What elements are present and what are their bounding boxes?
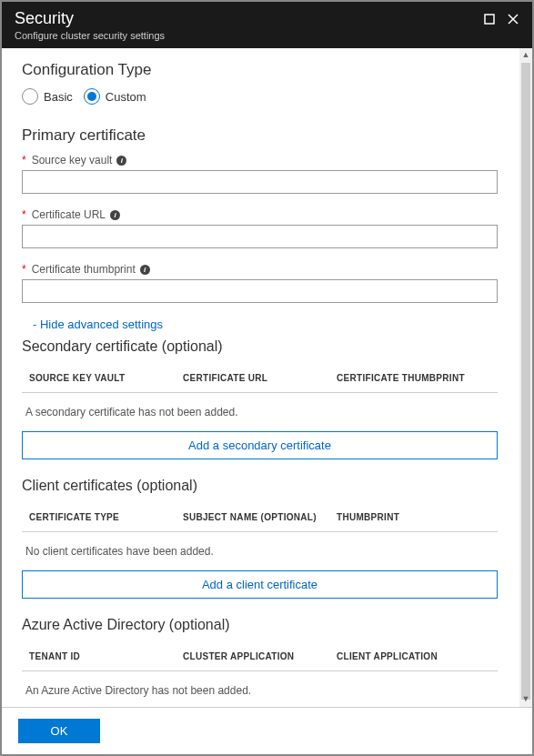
secondary-cert-heading: Secondary certificate (optional) <box>22 338 498 355</box>
radio-basic[interactable]: Basic <box>22 88 73 105</box>
radio-custom-label: Custom <box>106 90 146 104</box>
aad-table-header: TENANT ID CLUSTER APPLICATION CLIENT APP… <box>22 640 498 671</box>
info-icon[interactable]: i <box>116 156 126 166</box>
footer: OK <box>2 707 532 754</box>
scroll-up-icon[interactable]: ▲ <box>521 50 530 61</box>
info-icon[interactable]: i <box>140 265 150 275</box>
col-tenant-id: TENANT ID <box>29 651 183 661</box>
titlebar-text: Security Configure cluster security sett… <box>15 9 165 41</box>
radio-basic-circle <box>22 88 38 105</box>
col-certificate-thumbprint: CERTIFICATE THUMBPRINT <box>337 373 490 383</box>
radio-custom[interactable]: Custom <box>84 88 146 105</box>
label-text-source-key-vault: Source key vault <box>32 154 113 166</box>
label-source-key-vault: * Source key vault i <box>22 154 498 166</box>
required-asterisk: * <box>22 154 26 166</box>
field-certificate-url: * Certificate URL i <box>22 208 498 248</box>
col-client-application: CLIENT APPLICATION <box>337 651 490 661</box>
config-type-heading: Configuration Type <box>22 61 498 79</box>
client-certs-heading: Client certificates (optional) <box>22 478 498 494</box>
scrollbar-thumb[interactable] <box>521 63 530 700</box>
radio-dot-icon <box>87 92 96 101</box>
svg-rect-0 <box>485 15 494 24</box>
close-icon[interactable] <box>507 13 519 25</box>
label-text-certificate-url: Certificate URL <box>32 208 106 221</box>
radio-custom-circle <box>84 88 100 105</box>
client-certs-empty: No client certificates have been added. <box>22 532 498 570</box>
toggle-advanced-settings[interactable]: - Hide advanced settings <box>33 318 498 331</box>
col-certificate-url: CERTIFICATE URL <box>183 373 337 383</box>
aad-heading: Azure Active Directory (optional) <box>22 617 498 633</box>
ok-button[interactable]: OK <box>18 719 100 743</box>
page-title: Security <box>15 9 165 28</box>
security-blade: Security Configure cluster security sett… <box>2 2 532 754</box>
label-text-certificate-thumbprint: Certificate thumbprint <box>32 263 136 276</box>
client-certs-table-header: CERTIFICATE TYPE SUBJECT NAME (OPTIONAL)… <box>22 501 498 532</box>
required-asterisk: * <box>22 208 26 221</box>
radio-basic-label: Basic <box>44 90 73 104</box>
col-certificate-type: CERTIFICATE TYPE <box>29 512 183 522</box>
input-certificate-url[interactable] <box>22 225 498 248</box>
col-cluster-application: CLUSTER APPLICATION <box>183 651 337 661</box>
col-source-key-vault: SOURCE KEY VAULT <box>29 373 183 383</box>
field-certificate-thumbprint: * Certificate thumbprint i <box>22 263 498 303</box>
page-subtitle: Configure cluster security settings <box>15 30 165 41</box>
maximize-icon[interactable] <box>483 13 496 25</box>
titlebar: Security Configure cluster security sett… <box>2 2 532 48</box>
primary-cert-heading: Primary certificate <box>22 126 498 145</box>
aad-empty: An Azure Active Directory has not been a… <box>22 671 498 707</box>
label-certificate-url: * Certificate URL i <box>22 208 498 221</box>
scroll-down-icon[interactable]: ▼ <box>521 694 530 705</box>
scrollbar[interactable]: ▲ ▼ <box>519 48 532 707</box>
col-thumbprint: THUMBPRINT <box>337 512 490 522</box>
col-subject-name: SUBJECT NAME (OPTIONAL) <box>183 512 337 522</box>
config-type-radio-group: Basic Custom <box>22 88 498 105</box>
add-client-certificate-button[interactable]: Add a client certificate <box>22 570 498 599</box>
add-secondary-certificate-button[interactable]: Add a secondary certificate <box>22 431 498 459</box>
titlebar-controls <box>483 9 519 25</box>
field-source-key-vault: * Source key vault i <box>22 154 498 194</box>
secondary-cert-empty: A secondary certificate has not been add… <box>22 393 498 431</box>
label-certificate-thumbprint: * Certificate thumbprint i <box>22 263 498 276</box>
required-asterisk: * <box>22 263 26 276</box>
input-certificate-thumbprint[interactable] <box>22 279 498 303</box>
info-icon[interactable]: i <box>110 210 120 220</box>
input-source-key-vault[interactable] <box>22 170 498 194</box>
secondary-cert-table-header: SOURCE KEY VAULT CERTIFICATE URL CERTIFI… <box>22 362 498 393</box>
content-area: ▲ ▼ Configuration Type Basic Custom Prim… <box>2 48 532 707</box>
